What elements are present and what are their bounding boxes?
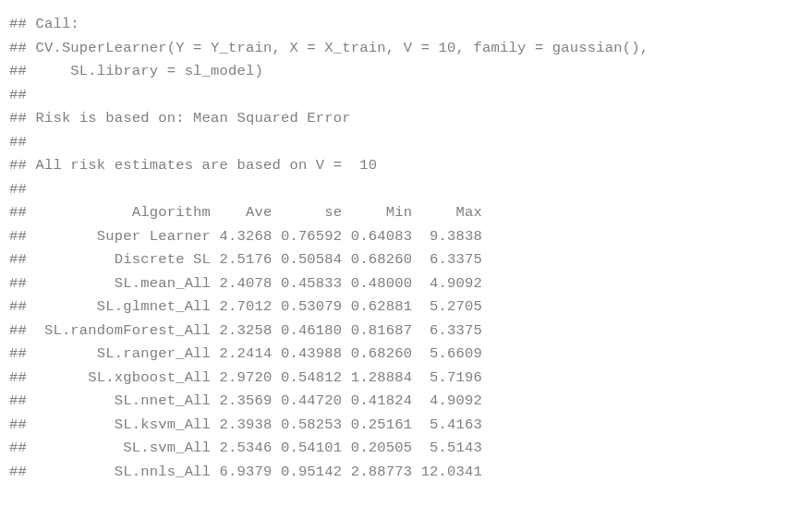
table-row: ## SL.nnls_All 6.9379 0.95142 2.88773 12… (9, 464, 482, 480)
table-row: ## SL.mean_All 2.4078 0.45833 0.48000 4.… (9, 275, 482, 292)
table-row: ## SL.randomForest_All 2.3258 0.46180 0.… (9, 322, 482, 339)
table-row: ## Super Learner 4.3268 0.76592 0.64083 … (9, 228, 482, 245)
table-row: ## SL.glmnet_All 2.7012 0.53079 0.62881 … (9, 298, 482, 315)
line-call-arg: ## SL.library = sl_model) (9, 63, 263, 79)
line-blank-1: ## (9, 87, 35, 103)
line-v-note: ## All risk estimates are based on V = 1… (9, 157, 377, 174)
line-blank-3: ## (9, 181, 35, 198)
table-row: ## SL.nnet_All 2.3569 0.44720 0.41824 4.… (9, 392, 482, 409)
table-row: ## SL.svm_All 2.5346 0.54101 0.20505 5.5… (9, 440, 482, 456)
line-call: ## Call: (9, 16, 79, 32)
table-row: ## SL.ksvm_All 2.3938 0.58253 0.25161 5.… (9, 416, 482, 433)
r-console-output: ## Call: ## CV.SuperLearner(Y = Y_train,… (9, 13, 805, 484)
table-row: ## SL.ranger_All 2.2414 0.43988 0.68260 … (9, 345, 482, 362)
table-row: ## SL.xgboost_All 2.9720 0.54812 1.28884… (9, 369, 482, 386)
line-blank-2: ## (9, 134, 35, 151)
table-header: ## Algorithm Ave se Min Max (9, 204, 482, 221)
line-risk-basis: ## Risk is based on: Mean Squared Error (9, 110, 351, 126)
table-row: ## Discrete SL 2.5176 0.50584 0.68260 6.… (9, 251, 482, 268)
line-call-fn: ## CV.SuperLearner(Y = Y_train, X = X_tr… (9, 40, 658, 56)
